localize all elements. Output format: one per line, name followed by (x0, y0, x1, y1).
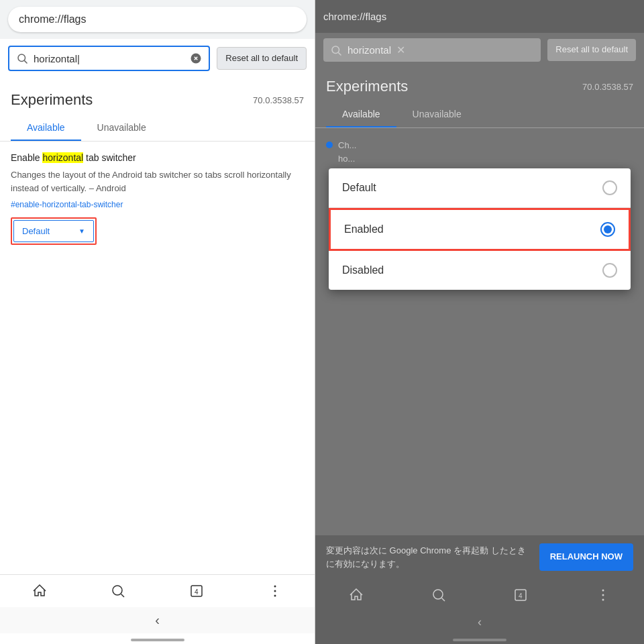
svg-point-9 (274, 595, 276, 597)
right-nav-menu[interactable] (595, 587, 611, 603)
left-dropdown-wrapper: Default ▼ (11, 217, 97, 245)
dropdown-option-disabled[interactable]: Disabled (329, 251, 631, 290)
left-experiment-suffix: tab switcher (83, 152, 136, 163)
left-experiments-title: Experiments (11, 91, 93, 109)
svg-point-0 (18, 54, 25, 62)
right-back-area: ‹ (315, 611, 644, 633)
radio-disabled (602, 263, 617, 278)
left-nav-home[interactable] (32, 583, 48, 599)
right-search-icon (330, 44, 342, 56)
left-back-arrow-icon[interactable]: ‹ (155, 612, 160, 627)
left-search-row: horizontal| Reset all to default (0, 39, 315, 78)
right-home-icon (348, 587, 364, 603)
dropdown-enabled-label: Enabled (344, 223, 384, 235)
left-experiment-prefix: Enable (11, 152, 42, 163)
right-back-arrow-icon[interactable]: ‹ (478, 615, 482, 629)
right-bottom-nav: 4 (315, 579, 644, 611)
right-panel: chrome://flags horizontal ✕ Reset all to… (315, 0, 644, 644)
left-tab-available[interactable]: Available (11, 114, 81, 141)
svg-line-1 (24, 60, 27, 63)
left-experiments-header: Experiments 70.0.3538.57 (0, 78, 315, 114)
left-home-indicator-row (0, 633, 315, 644)
search-icon (16, 52, 28, 64)
right-home-indicator-row (315, 633, 644, 644)
left-search-input[interactable]: horizontal| (34, 53, 184, 64)
left-address-bar[interactable]: chrome://flags (8, 7, 307, 32)
left-home-indicator (131, 639, 184, 641)
left-address-text: chrome://flags (19, 13, 86, 25)
left-version: 70.0.3538.57 (253, 95, 304, 105)
left-dropdown[interactable]: Default ▼ (13, 220, 94, 242)
partial-line1: Ch... (338, 139, 356, 152)
partial-line2: ho... (338, 152, 356, 166)
radio-enabled (600, 222, 615, 237)
left-experiment-description: Changes the layout of the Android tab sw… (11, 168, 304, 195)
svg-text:4: 4 (519, 592, 523, 600)
right-search-row: horizontal ✕ Reset all to default (315, 33, 644, 67)
left-tabs-row: Available Unavailable (0, 114, 315, 142)
right-experiments-title: Experiments (326, 78, 408, 95)
left-experiment-name: Enable horizontal tab switcher (11, 152, 304, 163)
tabs-icon: 4 (189, 583, 205, 599)
left-panel: chrome://flags horizontal| Reset all to … (0, 0, 315, 644)
svg-point-8 (274, 590, 276, 592)
dropdown-arrow-icon: ▼ (78, 227, 85, 235)
svg-line-11 (338, 52, 341, 55)
right-tabs-row: Available Unavailable (315, 101, 644, 128)
svg-text:4: 4 (195, 588, 199, 596)
right-experiments-header: Experiments 70.0.3538.57 (315, 67, 644, 101)
dropdown-modal: Default Enabled Disabled (329, 168, 631, 290)
right-search-box[interactable]: horizontal ✕ (323, 38, 541, 62)
search-nav-icon (110, 583, 126, 599)
svg-point-12 (433, 590, 443, 599)
left-bottom-nav: 4 (0, 574, 315, 607)
right-clear-icon[interactable]: ✕ (396, 44, 405, 56)
svg-point-10 (332, 46, 339, 54)
left-experiment-item: Enable horizontal tab switcher Changes t… (0, 142, 315, 256)
dropdown-disabled-label: Disabled (342, 264, 384, 276)
right-partial-text: Ch... ho... (338, 139, 356, 165)
left-tab-unavailable[interactable]: Unavailable (81, 114, 162, 141)
clear-search-icon[interactable] (190, 52, 202, 64)
menu-icon (267, 583, 283, 599)
home-icon (32, 583, 48, 599)
left-search-box[interactable]: horizontal| (8, 46, 210, 71)
svg-line-13 (441, 598, 445, 602)
radio-default (602, 180, 617, 195)
right-tab-available[interactable]: Available (326, 101, 396, 127)
right-search-nav-icon (431, 587, 447, 603)
right-address-text[interactable]: chrome://flags (323, 7, 636, 26)
svg-point-18 (602, 599, 604, 601)
relaunch-button[interactable]: RELAUNCH NOW (539, 543, 633, 571)
right-address-bar-container: chrome://flags (315, 0, 644, 33)
dropdown-option-default[interactable]: Default (329, 168, 631, 208)
left-nav-search[interactable] (110, 583, 126, 599)
right-bottom-bar: 変更内容は次に Google Chrome を再起動 したときに有効になります。… (315, 535, 644, 579)
right-tab-unavailable[interactable]: Unavailable (396, 101, 478, 127)
right-search-input[interactable]: horizontal (347, 44, 391, 56)
svg-line-4 (121, 594, 124, 598)
left-nav-menu[interactable] (267, 583, 283, 599)
dropdown-default-label: Default (342, 182, 376, 194)
right-nav-tabs[interactable]: 4 (513, 587, 529, 603)
left-experiment-highlight: horizontal (42, 152, 83, 163)
blue-dot-indicator (326, 142, 333, 148)
left-dropdown-value: Default (22, 226, 50, 236)
svg-point-3 (113, 586, 122, 595)
left-experiment-link[interactable]: #enable-horizontal-tab-switcher (11, 200, 304, 209)
dropdown-option-enabled[interactable]: Enabled (329, 208, 631, 251)
radio-inner-dot (604, 225, 612, 233)
left-back-area: ‹ (0, 607, 315, 633)
right-menu-icon (595, 587, 611, 603)
svg-point-17 (602, 594, 604, 596)
right-content-area: Ch... ho... Default Enabled Disabled (315, 128, 644, 535)
right-nav-search[interactable] (431, 587, 447, 603)
relaunch-text: 変更内容は次に Google Chrome を再起動 したときに有効になります。 (326, 544, 531, 570)
left-nav-tabs[interactable]: 4 (189, 583, 205, 599)
left-address-bar-container: chrome://flags (0, 0, 315, 39)
svg-point-16 (602, 590, 604, 592)
right-nav-home[interactable] (348, 587, 364, 603)
right-reset-button[interactable]: Reset all to default (547, 39, 636, 61)
right-experiment-partial: Ch... ho... (326, 139, 633, 165)
left-reset-button[interactable]: Reset all to default (217, 47, 307, 70)
